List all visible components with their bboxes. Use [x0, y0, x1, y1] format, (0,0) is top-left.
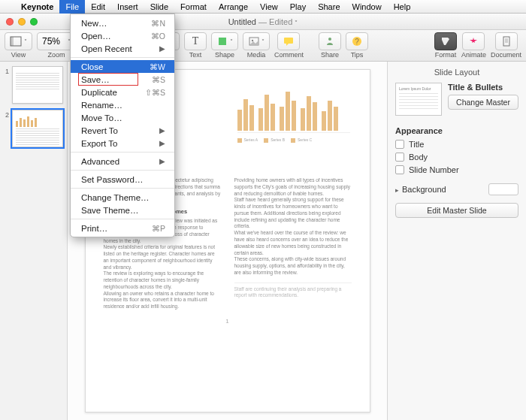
- system-menubar: Keynote File Edit Insert Slide Format Ar…: [0, 0, 526, 14]
- svg-rect-8: [284, 38, 293, 44]
- menu-item-change-theme[interactable]: Change Theme…: [71, 191, 174, 204]
- document-status: — Edited ˅: [258, 17, 298, 26]
- slide-thumb[interactable]: 2: [3, 110, 64, 147]
- menu-item-print[interactable]: Print…⌘P: [71, 222, 174, 234]
- text-button[interactable]: T: [184, 32, 207, 50]
- checkbox-icon: [395, 153, 404, 162]
- tips-button[interactable]: ?: [346, 32, 368, 50]
- menu-slide[interactable]: Slide: [144, 0, 174, 14]
- svg-rect-5: [219, 38, 226, 45]
- media-button[interactable]: ˅: [243, 32, 270, 50]
- slide-chart[interactable]: Series ASeries BSeries C: [237, 91, 350, 143]
- menu-window[interactable]: Window: [346, 0, 388, 14]
- text-label: Text: [189, 51, 202, 59]
- menu-item-advanced[interactable]: Advanced▶: [71, 155, 174, 168]
- change-master-button[interactable]: Change Master: [448, 95, 518, 110]
- svg-rect-1: [11, 37, 14, 46]
- menu-play[interactable]: Play: [284, 0, 312, 14]
- inspector-title: Slide Layout: [395, 68, 518, 77]
- menu-item-duplicate[interactable]: Duplicate⇧⌘S: [71, 86, 174, 98]
- zoom-value: 75%: [42, 36, 60, 47]
- menu-arrange[interactable]: Arrange: [213, 0, 254, 14]
- disclosure-triangle-icon: ▸: [395, 186, 399, 194]
- menu-item-save-theme[interactable]: Save Theme…: [71, 204, 174, 216]
- slide-number: 1: [3, 66, 9, 75]
- media-label: Media: [247, 51, 266, 59]
- menu-view[interactable]: View: [254, 0, 284, 14]
- menu-item-new[interactable]: New…⌘N: [71, 17, 174, 29]
- master-name: Title & Bullets: [448, 83, 518, 92]
- minimize-window-icon[interactable]: [18, 18, 26, 26]
- chart-legend: Series ASeries BSeries C: [237, 137, 350, 143]
- document-label: Document: [491, 51, 521, 59]
- animate-label: Animate: [461, 51, 486, 59]
- menu-file[interactable]: File: [59, 0, 85, 14]
- menu-item-close[interactable]: Close⌘W: [71, 60, 174, 73]
- format-button[interactable]: [434, 32, 457, 50]
- document-button[interactable]: [495, 32, 518, 50]
- inspector-panel: Slide Layout Lorem Ipsum Dolor Title & B…: [387, 62, 526, 420]
- comment-label: Comment: [274, 51, 304, 59]
- checkbox-icon: [395, 165, 404, 174]
- svg-point-7: [252, 40, 253, 41]
- app-menu[interactable]: Keynote: [15, 2, 59, 11]
- menu-share[interactable]: Share: [312, 0, 346, 14]
- master-thumbnail[interactable]: Lorem Ipsum Dolor: [395, 83, 442, 116]
- menu-item-revert-to[interactable]: Revert To▶: [71, 124, 174, 137]
- menu-item-save[interactable]: Save…⌘S: [71, 73, 174, 86]
- page-number: 1: [104, 318, 352, 325]
- file-menu-dropdown: New…⌘NOpen…⌘OOpen Recent▶Close⌘WSave…⌘SD…: [70, 14, 175, 237]
- comment-button[interactable]: [277, 32, 300, 50]
- zoom-window-icon[interactable]: [30, 18, 38, 26]
- slide-thumb[interactable]: 1: [3, 66, 64, 104]
- edit-master-slide-button[interactable]: Edit Master Slide: [395, 203, 518, 218]
- format-label: Format: [435, 51, 457, 59]
- background-disclosure[interactable]: ▸Background: [395, 183, 518, 195]
- appearance-heading: Appearance: [395, 126, 518, 135]
- share-label: Share: [321, 51, 339, 59]
- document-title[interactable]: Untitled — Edited ˅: [228, 17, 298, 26]
- background-swatch[interactable]: [488, 183, 518, 195]
- menu-item-export-to[interactable]: Export To▶: [71, 137, 174, 150]
- slide-preview: [12, 66, 63, 104]
- zoom-label: Zoom: [47, 51, 65, 59]
- slide-number-checkbox[interactable]: Slide Number: [395, 165, 518, 174]
- svg-rect-13: [503, 37, 509, 46]
- shape-label: Shape: [215, 51, 234, 59]
- slide-number: 2: [3, 110, 9, 119]
- menu-format[interactable]: Format: [174, 0, 213, 14]
- view-label: View: [11, 51, 26, 59]
- document-name: Untitled: [228, 17, 256, 26]
- menu-help[interactable]: Help: [388, 0, 417, 14]
- menu-item-open-recent[interactable]: Open Recent▶: [71, 42, 174, 55]
- menu-item-open[interactable]: Open…⌘O: [71, 29, 174, 42]
- close-window-icon[interactable]: [6, 18, 14, 26]
- svg-text:?: ?: [355, 38, 359, 46]
- slide-preview: [12, 110, 63, 147]
- share-button[interactable]: [319, 32, 341, 50]
- menu-edit[interactable]: Edit: [85, 0, 111, 14]
- slide-navigator[interactable]: 1 2: [0, 62, 68, 420]
- shape-button[interactable]: ˅: [211, 32, 238, 50]
- menu-item-rename[interactable]: Rename…: [71, 98, 174, 111]
- view-button[interactable]: ˅: [5, 32, 32, 50]
- checkbox-icon: [395, 140, 404, 149]
- body-checkbox[interactable]: Body: [395, 153, 518, 162]
- menu-item-move-to[interactable]: Move To…: [71, 111, 174, 124]
- animate-button[interactable]: [462, 32, 485, 50]
- svg-point-9: [328, 38, 331, 41]
- menu-item-set-password[interactable]: Set Password…: [71, 173, 174, 186]
- tips-label: Tips: [351, 51, 364, 59]
- menu-insert[interactable]: Insert: [111, 0, 144, 14]
- svg-marker-12: [470, 38, 477, 43]
- title-checkbox[interactable]: Title: [395, 140, 518, 149]
